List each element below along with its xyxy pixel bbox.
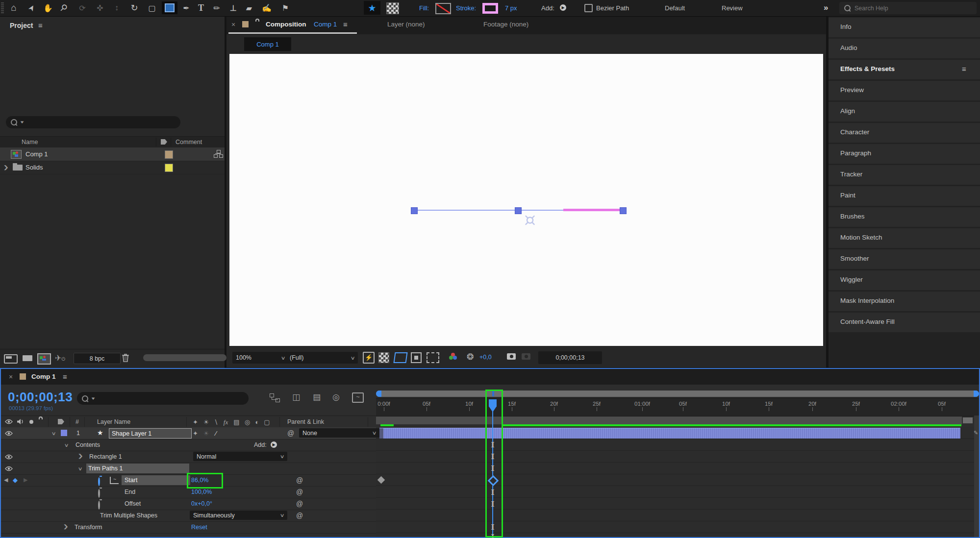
bezier-path-checkbox[interactable]: [584, 4, 593, 12]
expand-chevron-icon[interactable]: ❯: [3, 165, 9, 170]
hand-tool[interactable]: ✋: [40, 1, 56, 14]
orbit-camera-tool[interactable]: ⟳: [75, 1, 90, 14]
parent-pickwhip-icon[interactable]: @: [287, 429, 294, 437]
rectangle-tool[interactable]: [162, 1, 177, 14]
pickwhip-icon[interactable]: @: [296, 512, 303, 519]
collapse-chevron-icon[interactable]: ∨: [64, 442, 69, 448]
current-timecode[interactable]: 0;00;00;13: [8, 390, 73, 405]
layer-name-box[interactable]: Shape Layer 1: [109, 428, 192, 439]
property-label[interactable]: End: [125, 489, 135, 495]
column-name[interactable]: Name: [22, 139, 38, 146]
threed-switch-icon[interactable]: ▢: [262, 418, 272, 426]
help-search[interactable]: [839, 2, 977, 14]
comp-viewer-subtab[interactable]: Comp 1: [244, 37, 291, 51]
blend-mode-dropdown[interactable]: Normal∨: [193, 452, 287, 461]
tool-creates-shape-toggle[interactable]: ★: [364, 1, 380, 15]
eye-icon[interactable]: [5, 454, 13, 461]
stroke-label[interactable]: Stroke:: [456, 4, 476, 12]
panel-tab-content-aware-fill[interactable]: Content-Aware Fill: [829, 313, 980, 332]
composition-tab-title[interactable]: Composition: [266, 21, 306, 28]
clone-stamp-tool[interactable]: ⊥: [226, 1, 241, 14]
bit-depth-button[interactable]: 8 bpc: [74, 353, 121, 364]
composition-canvas[interactable]: [229, 54, 823, 346]
rotation-tool[interactable]: ↻: [126, 1, 142, 14]
panel-tab-smoother[interactable]: Smoother: [829, 249, 980, 269]
add-property-button[interactable]: ▶: [271, 441, 277, 448]
stopwatch-icon[interactable]: [98, 489, 100, 498]
keyframe-toggle-button[interactable]: ◆: [13, 476, 18, 484]
next-keyframe-button[interactable]: ▶: [24, 477, 27, 483]
home-tool[interactable]: ⌂: [6, 1, 22, 14]
eye-icon[interactable]: [5, 466, 13, 473]
channel-settings-icon[interactable]: [448, 353, 459, 362]
composition-panel-menu-icon[interactable]: ≡: [343, 20, 348, 28]
panel-tab-effects-presets[interactable]: Effects & Presets ≡: [829, 60, 980, 79]
panel-tab-align[interactable]: Align: [829, 102, 980, 122]
exposure-icon[interactable]: ❂: [467, 352, 474, 362]
project-settings-icon[interactable]: ✈⏻: [55, 353, 65, 363]
time-navigator-bar[interactable]: [376, 391, 979, 397]
project-tab[interactable]: Project: [10, 22, 33, 29]
column-separator[interactable]: [171, 138, 171, 147]
property-row-trim-multiple-shapes[interactable]: Trim Multiple Shapes Simultaneously∨ @: [1, 510, 376, 522]
group-row-rectangle-1[interactable]: ❯ Rectangle 1 Normal∨: [1, 451, 376, 463]
label-color-swatch[interactable]: [165, 150, 173, 159]
close-icon[interactable]: ×: [9, 373, 13, 381]
work-area-bar[interactable]: [376, 416, 962, 424]
label-column-icon[interactable]: [161, 139, 167, 145]
panel-tab-motion-sketch[interactable]: Motion Sketch: [829, 228, 980, 248]
workspace-tab-review[interactable]: Review: [722, 4, 743, 12]
project-item-solids[interactable]: ❯ Solids: [0, 161, 225, 174]
panel-tab-tracker[interactable]: Tracker: [829, 165, 980, 185]
pickwhip-icon[interactable]: @: [296, 488, 303, 496]
transparency-grid-icon[interactable]: [378, 352, 389, 363]
zoom-tool[interactable]: ⚲: [53, 0, 74, 18]
layer-collapse-icon[interactable]: ☀: [201, 430, 211, 437]
timeline-tab[interactable]: Comp 1: [31, 373, 56, 380]
new-folder-icon[interactable]: [23, 355, 32, 361]
snapshot-camera-icon[interactable]: [507, 353, 516, 360]
workspace-tab-default[interactable]: Default: [665, 4, 685, 12]
timeline-search[interactable]: ▼: [77, 392, 249, 405]
magnification-dropdown[interactable]: 100%∨: [232, 352, 288, 364]
group-label[interactable]: Contents: [75, 441, 100, 448]
new-composition-icon[interactable]: [37, 353, 51, 365]
expand-chevron-icon[interactable]: ❯: [63, 524, 69, 529]
panel-tab-paragraph[interactable]: Paragraph: [829, 144, 980, 164]
anchor-point-icon[interactable]: [519, 211, 540, 231]
group-row-transform[interactable]: ❯ Transform Reset: [1, 521, 376, 534]
help-search-input[interactable]: [854, 4, 972, 12]
layer-color-swatch[interactable]: [61, 430, 67, 436]
motion-blur-icon[interactable]: ◎: [332, 392, 340, 402]
workspace-overflow-button[interactable]: »: [824, 3, 828, 13]
puppet-pin-tool[interactable]: ⚑: [277, 1, 293, 14]
label-color-swatch[interactable]: [165, 164, 173, 172]
layer-duration-bar[interactable]: [379, 428, 960, 439]
tool-creates-mask-toggle[interactable]: [386, 2, 399, 14]
group-label[interactable]: Rectangle 1: [89, 453, 122, 460]
stroke-width-value[interactable]: 7 px: [505, 4, 517, 12]
navigator-start-handle[interactable]: [376, 391, 381, 397]
eye-icon[interactable]: [5, 431, 13, 438]
collapse-chevron-icon[interactable]: ∨: [51, 431, 56, 436]
panel-tab-character[interactable]: Character: [829, 123, 980, 143]
pickwhip-icon[interactable]: @: [296, 476, 303, 484]
work-area-end-box[interactable]: [963, 417, 973, 423]
column-layer-name[interactable]: Layer Name: [97, 418, 130, 425]
composition-tab-target[interactable]: Comp 1: [314, 21, 337, 28]
panel-tab-audio[interactable]: Audio: [829, 39, 980, 58]
panel-tab-paint[interactable]: Paint: [829, 186, 980, 206]
adjustment-layer-switch-icon[interactable]: ◐: [252, 418, 262, 426]
comp-timecode-box[interactable]: 0;00;00;13: [538, 351, 602, 364]
property-row-offset[interactable]: Offset 0x+0,0° @: [1, 498, 376, 510]
trash-icon[interactable]: [122, 353, 129, 364]
project-footer-scrollbar[interactable]: [143, 354, 226, 361]
stopwatch-icon[interactable]: [98, 501, 100, 510]
group-label[interactable]: Transform: [75, 524, 102, 531]
expression-graph-icon[interactable]: ~: [110, 477, 119, 484]
collapse-chevron-icon[interactable]: ∨: [78, 466, 83, 471]
timeline-panel-menu-icon[interactable]: ≡: [63, 372, 67, 381]
project-panel-menu-icon[interactable]: ≡: [38, 21, 43, 29]
fill-swatch[interactable]: [435, 3, 451, 14]
close-icon[interactable]: ×: [231, 21, 235, 28]
